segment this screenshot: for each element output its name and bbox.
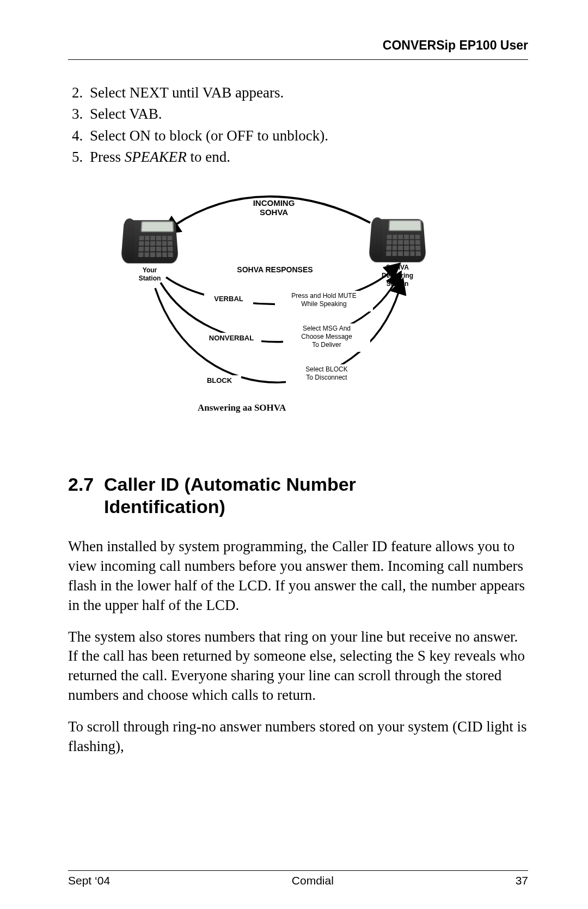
footer-date: Sept ‘04 [68,874,110,887]
delivering-station-label: SOHVA Delivering Station [376,264,419,288]
page-footer: Sept ‘04 Comdial 37 [68,870,528,887]
section-title-line2: Identification) [104,496,225,517]
delivering-station-phone-icon [370,216,425,263]
diagram-caption: Answering aa SOHVA [198,402,286,413]
nonverbal-desc: Select MSG And Choose Message To Deliver [284,325,369,349]
block-desc: Select BLOCK To Disconnect [287,365,366,382]
section-title-line1: Caller ID (Automatic Number [104,474,356,495]
incoming-sohva-label: INCOMING SOHVA [241,198,307,217]
your-station-phone-icon [122,217,177,264]
paragraph-2: The system also stores numbers that ring… [68,627,528,706]
page-header: CONVERSip EP100 User [68,38,528,60]
step-2: Select NEXT until VAB appears. [87,83,528,103]
instruction-list: Select NEXT until VAB appears. Select VA… [68,83,528,168]
footer-brand: Comdial [292,874,334,887]
verbal-label: VERBAL [205,295,252,303]
block-label: BLOCK [199,376,240,385]
step-5: Press SPEAKER to end. [87,147,528,167]
verbal-desc: Press and Hold MUTE While Speaking [276,292,372,308]
footer-page-number: 37 [516,874,528,887]
step-4: Select ON to block (or OFF to unblock). [87,126,528,146]
sohva-responses-label: SOHVA RESPONSES [226,265,324,274]
paragraph-1: When installed by system programming, th… [68,537,528,615]
section-number: 2.7 [68,473,104,496]
speaker-keyword: SPEAKER [125,149,187,165]
header-title: CONVERSip EP100 User [383,38,528,52]
sohva-diagram: INCOMING SOHVA Your Station SOHVA RESPON… [68,190,528,452]
step-3: Select VAB. [87,104,528,124]
nonverbal-label: NONVERBAL [203,334,260,343]
paragraph-3: To scroll through ring-no answer numbers… [68,717,528,757]
your-station-label: Your Station [131,266,169,283]
section-heading: 2.7Caller ID (Automatic Number Identific… [68,473,528,518]
page: CONVERSip EP100 User Select NEXT until V… [0,0,588,909]
